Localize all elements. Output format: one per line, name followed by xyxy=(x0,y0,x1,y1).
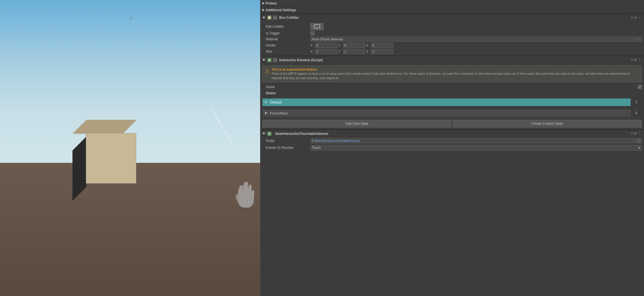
inspector-panel: Probes Additional Settings ▣ ✓ Box Colli… xyxy=(260,0,644,296)
is-trigger-label: Is Trigger xyxy=(266,31,311,35)
script-value-field[interactable]: # NearInteractionTouchableVolume ○ xyxy=(311,138,642,143)
edit-collider-icon xyxy=(314,24,320,29)
interactive-element-more-icon[interactable]: ⋮ xyxy=(638,58,642,62)
script-value-text: NearInteractionTouchableVolume xyxy=(315,139,636,142)
center-x-label: X xyxy=(311,44,314,47)
probes-section[interactable]: Probes xyxy=(260,0,644,7)
center-row: Center X Y Z xyxy=(260,42,644,48)
interactive-element-settings-icon[interactable]: ⇄ xyxy=(634,58,637,62)
near-interaction-more-icon[interactable]: ⋮ xyxy=(638,131,642,136)
center-x-input[interactable] xyxy=(315,43,337,48)
warning-body: Parts of the MRTK appear to have a lot o… xyxy=(272,72,639,80)
events-to-receive-value: Touch xyxy=(312,146,321,150)
box-collider-more-icon[interactable]: ⋮ xyxy=(638,16,642,20)
near-interaction-arrow[interactable] xyxy=(262,133,265,135)
warning-title: This is an experimental feature. xyxy=(272,67,639,72)
box-collider-help-icon[interactable]: ? xyxy=(631,16,633,20)
default-state-arrow[interactable] xyxy=(265,101,267,104)
box-collider-icon: ▣ xyxy=(267,16,271,20)
cube-front-face xyxy=(86,133,136,184)
interactive-element-title: Interactive Element (Script) xyxy=(279,58,630,62)
script-label: Script xyxy=(266,139,311,143)
near-interaction-icon: # xyxy=(267,132,271,136)
warning-triangle-icon: ⚠ xyxy=(265,68,269,74)
default-state-count: 1 xyxy=(631,99,642,105)
material-dropdown-circle: ○ xyxy=(638,37,640,41)
near-interaction-help-icon[interactable]: ? xyxy=(631,131,633,136)
near-interaction-header[interactable]: # NearInteractionTouchableVolume ? ⇄ ⋮ xyxy=(260,130,644,137)
events-to-receive-label: Events To Receive xyxy=(266,146,311,150)
near-interaction-settings-icon[interactable]: ⇄ xyxy=(634,131,637,136)
additional-settings-arrow[interactable] xyxy=(262,9,264,11)
script-row: Script # NearInteractionTouchableVolume … xyxy=(260,137,644,144)
box-collider-section: ▣ ✓ Box Collider ? ⇄ ⋮ Edit Collider xyxy=(260,13,644,56)
center-xyz: X Y Z xyxy=(311,43,642,48)
center-z-input[interactable] xyxy=(371,43,393,48)
center-y-label: Y xyxy=(339,44,342,47)
add-core-state-button[interactable]: Add Core State xyxy=(262,120,452,128)
script-select-icon[interactable]: ○ xyxy=(637,139,640,142)
size-z-input[interactable] xyxy=(371,49,393,54)
edit-collider-row: Edit Collider xyxy=(260,23,644,30)
material-label: Material xyxy=(266,37,311,41)
is-trigger-checkbox[interactable] xyxy=(311,31,314,35)
box-collider-settings-icon[interactable]: ⇄ xyxy=(634,16,637,20)
probes-title: Probes xyxy=(265,1,642,5)
size-x-input[interactable] xyxy=(315,49,337,54)
cube-object[interactable] xyxy=(86,133,136,184)
interactive-element-icon: # xyxy=(267,58,271,62)
box-collider-arrow[interactable] xyxy=(262,17,265,19)
svg-point-0 xyxy=(234,207,256,213)
additional-settings-title: Additional Settings xyxy=(265,8,642,12)
size-y-input[interactable] xyxy=(343,49,365,54)
state-buttons-row: Add Core State Create Custom State xyxy=(262,120,642,128)
interactive-element-arrow[interactable] xyxy=(262,59,265,61)
interactive-element-enable-checkbox[interactable]: ✓ xyxy=(273,58,277,62)
active-row: Active ✓ xyxy=(260,84,644,90)
size-z-label: Z xyxy=(366,50,370,53)
size-xyz: X Y Z xyxy=(311,49,642,54)
focus-near-state-name: FocusNear xyxy=(270,111,288,115)
events-to-receive-row: Events To Receive Touch ▼ xyxy=(260,144,644,151)
near-interaction-section: # NearInteractionTouchableVolume ? ⇄ ⋮ S… xyxy=(260,129,644,151)
warning-text-content: This is an experimental feature. Parts o… xyxy=(272,67,639,80)
edit-collider-label: Edit Collider xyxy=(266,25,311,29)
edit-collider-button[interactable] xyxy=(311,23,323,30)
events-dropdown-arrow-icon: ▼ xyxy=(638,146,640,149)
is-trigger-row: Is Trigger xyxy=(260,30,644,36)
focus-near-state-arrow[interactable] xyxy=(265,112,267,114)
additional-settings-section[interactable]: Additional Settings xyxy=(260,7,644,13)
center-y-input[interactable] xyxy=(343,43,365,48)
active-checkbox[interactable]: ✓ xyxy=(638,85,642,89)
is-trigger-value xyxy=(311,31,642,35)
center-z-label: Z xyxy=(366,44,370,47)
cube-mesh xyxy=(86,133,136,184)
events-to-receive-dropdown[interactable]: Touch ▼ xyxy=(311,145,642,151)
scene-viewport[interactable] xyxy=(0,0,260,296)
states-label: States xyxy=(260,90,644,96)
material-row: Material None (Physic Material) ○ xyxy=(260,36,644,42)
box-collider-header[interactable]: ▣ ✓ Box Collider ? ⇄ ⋮ xyxy=(260,14,644,22)
active-label: Active xyxy=(266,85,638,89)
center-label: Center xyxy=(266,43,311,47)
default-state-expand[interactable]: Default xyxy=(262,98,631,106)
default-state-name: Default xyxy=(270,100,281,104)
active-checkmark: ✓ xyxy=(639,86,641,89)
near-interaction-title: NearInteractionTouchableVolume xyxy=(275,132,630,136)
edit-collider-value xyxy=(311,23,642,30)
interactive-element-help-icon[interactable]: ? xyxy=(631,58,633,62)
material-value: None (Physic Material) ○ xyxy=(311,37,642,42)
size-x-label: X xyxy=(311,50,314,53)
interactive-element-header[interactable]: # ✓ Interactive Element (Script) ? ⇄ ⋮ xyxy=(260,56,644,64)
script-hash-prefix: # xyxy=(312,139,314,142)
size-row: Size X Y Z xyxy=(260,48,644,55)
material-dropdown[interactable]: None (Physic Material) ○ xyxy=(311,37,642,42)
create-custom-state-button[interactable]: Create Custom State xyxy=(453,120,642,128)
focus-near-state-count: 0 xyxy=(631,110,642,116)
focus-near-state-expand[interactable]: FocusNear xyxy=(262,109,631,117)
box-collider-enable-checkbox[interactable]: ✓ xyxy=(273,16,277,20)
material-dropdown-text: None (Physic Material) xyxy=(312,37,343,41)
size-y-label: Y xyxy=(339,50,342,53)
hand-icon xyxy=(232,177,258,213)
probes-arrow[interactable] xyxy=(262,2,264,5)
